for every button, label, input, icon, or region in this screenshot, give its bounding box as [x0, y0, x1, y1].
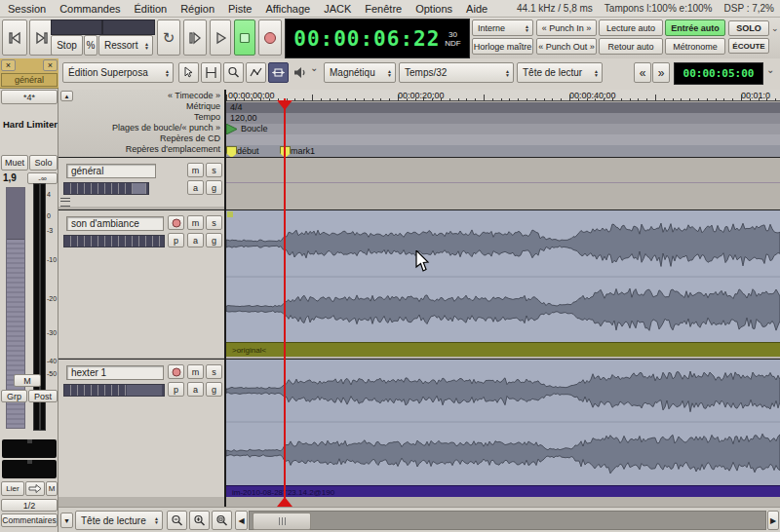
track-gain-slider[interactable] [63, 235, 165, 247]
track-header-hexter[interactable]: hexter 1 m s p a g [58, 359, 224, 497]
strip-preset-button[interactable]: *4* [1, 90, 58, 104]
horizontal-scrollbar[interactable] [249, 511, 766, 530]
zoom-in-button[interactable] [189, 511, 210, 530]
track-automation-button[interactable]: a [187, 180, 204, 195]
zoom-out-button[interactable] [167, 511, 187, 530]
track-name-field[interactable]: général [66, 164, 156, 178]
solo-indicator-button[interactable]: SOLO [728, 20, 769, 36]
auto-play-button[interactable]: Lecture auto [599, 19, 663, 36]
audition-tool-button[interactable] [292, 65, 308, 81]
track-solo-button[interactable]: s [206, 364, 222, 379]
ruler-label-loop[interactable]: Plages de boucle/« punch » [112, 123, 220, 133]
menu-fenetre[interactable]: Fenêtre [365, 3, 402, 15]
grab-tool-button[interactable] [178, 62, 199, 83]
loop-punch-ruler[interactable]: Boucle [226, 124, 780, 134]
hscroll-thumb[interactable] [253, 513, 311, 530]
region-name-bar-ambiance[interactable]: >original< [226, 342, 780, 357]
track-automation-button[interactable]: a [187, 382, 204, 397]
tools-chevron-down-icon[interactable]: ⌄ [310, 62, 318, 73]
hscroll-right-button[interactable]: ▶ [767, 511, 779, 530]
playhead-line[interactable] [284, 98, 286, 498]
track-gain-slider[interactable] [63, 384, 165, 397]
metering-point-button[interactable]: M [14, 374, 41, 387]
menu-commandes[interactable]: Commandes [59, 3, 120, 15]
track-playlist-button[interactable]: p [168, 382, 184, 397]
ruler-label-timecode[interactable]: « Timecode » [168, 91, 220, 101]
edit-mode-select[interactable]: Édition Superposa ▲▼ [62, 62, 174, 83]
track-playlist-button[interactable]: p [168, 233, 184, 247]
loop-start-icon[interactable] [226, 124, 238, 134]
zoom-fit-button[interactable] [212, 511, 232, 530]
comments-button[interactable]: Commentaires [1, 513, 58, 527]
play-range-button[interactable] [183, 19, 207, 56]
menu-aide[interactable]: Aide [466, 3, 488, 15]
sync-source-select[interactable]: Interne ▲▼ [472, 19, 533, 36]
strip-name-tab[interactable]: général [1, 73, 58, 87]
playhead-bottom-triangle[interactable] [277, 497, 292, 507]
track-solo-button[interactable]: s [206, 163, 222, 177]
hscroll-left-button[interactable]: ◀ [235, 511, 248, 530]
metronome-button[interactable]: Métronome [665, 38, 725, 55]
panner-1[interactable] [2, 439, 57, 458]
strip-solo-button[interactable]: Solo [29, 155, 58, 171]
meter-post-button[interactable]: Post [28, 390, 58, 402]
shrink-strip-button[interactable]: × [1, 59, 16, 71]
menu-region[interactable]: Région [180, 3, 214, 15]
strip-mute-button[interactable]: Muet [1, 155, 28, 171]
grid-units-select[interactable]: Temps/32 ▲▼ [399, 62, 514, 83]
shuttle-speed-display[interactable] [51, 19, 102, 35]
ruler-label-marks[interactable]: Repères d'emplacement [126, 144, 220, 155]
playhead-top-triangle[interactable] [277, 100, 292, 110]
menu-options[interactable]: Options [415, 3, 452, 15]
track-header-ambiance[interactable]: son d'ambiance m s p a g [58, 209, 224, 358]
ruler-label-tempo[interactable]: Tempo [194, 112, 220, 123]
auto-return-button[interactable]: Retour auto [599, 38, 663, 55]
nudge-forward-button[interactable]: » [652, 62, 670, 83]
track-mute-button[interactable]: m [187, 215, 204, 230]
menu-edition[interactable]: Édition [135, 3, 168, 15]
edit-point-mini-button[interactable]: ▼ [60, 513, 73, 528]
track-header-general[interactable]: général m s a g [58, 157, 224, 207]
toolbar-chevron-down-icon[interactable]: ⌄ [766, 64, 774, 75]
cd-markers-ruler[interactable] [226, 134, 780, 145]
menu-affichage[interactable]: Affichage [265, 3, 310, 15]
shuttle-units-button[interactable]: % [84, 35, 98, 56]
track-resize-grip[interactable] [60, 198, 70, 207]
clock-master-button[interactable]: Horloge maître [472, 38, 533, 55]
ruler-label-meter[interactable]: Métrique [186, 101, 220, 112]
play-button[interactable] [210, 19, 231, 56]
pan-mono-button[interactable]: M [46, 481, 58, 496]
nudge-clock[interactable]: 00:00:05:00 [674, 62, 763, 85]
track-lane-general[interactable] [226, 157, 780, 207]
audition-indicator-button[interactable]: ÉCOUTE [728, 38, 769, 54]
track-mute-button[interactable]: m [187, 364, 204, 379]
vertical-scroll-up-button[interactable]: ▲ [60, 91, 73, 101]
track-automation-button[interactable]: a [187, 233, 204, 247]
track-group-button[interactable]: g [206, 180, 222, 195]
loop-button[interactable]: ↻ [157, 19, 180, 56]
track-record-button[interactable] [168, 364, 184, 379]
location-markers-ruler[interactable]: début mark1 [226, 145, 780, 157]
menu-piste[interactable]: Piste [228, 3, 252, 15]
stop-button[interactable] [234, 19, 255, 56]
punch-out-button[interactable]: « Punch Out » [536, 38, 597, 55]
track-mute-button[interactable]: m [187, 163, 204, 177]
track-record-button[interactable] [168, 215, 184, 230]
punch-in-button[interactable]: « Punch In » [536, 19, 597, 36]
pan-direction-button[interactable] [25, 481, 45, 496]
pan-link-button[interactable]: Lier [1, 481, 24, 496]
goto-start-button[interactable] [2, 19, 27, 56]
auto-input-button[interactable]: Entrée auto [665, 19, 725, 36]
track-group-button[interactable]: g [206, 382, 222, 397]
track-solo-button[interactable]: s [206, 215, 222, 230]
track-gain-slider[interactable] [63, 182, 149, 195]
stretch-tool-button[interactable] [268, 62, 289, 83]
snap-mode-select[interactable]: Magnétiqu ▲▼ [324, 62, 396, 83]
strip-plugin-label[interactable]: Hard Limiter [3, 119, 58, 130]
zoom-tool-button[interactable] [223, 62, 244, 83]
panner-2[interactable] [2, 460, 57, 478]
shuttle-stop-button[interactable]: Stop [51, 35, 83, 56]
group-button[interactable]: Grp [1, 390, 27, 402]
timecode-ruler[interactable]: 00:00:00;00 00:00:20;00 00:00:40;00 00:0… [226, 90, 780, 101]
menu-session[interactable]: Session [8, 3, 46, 15]
